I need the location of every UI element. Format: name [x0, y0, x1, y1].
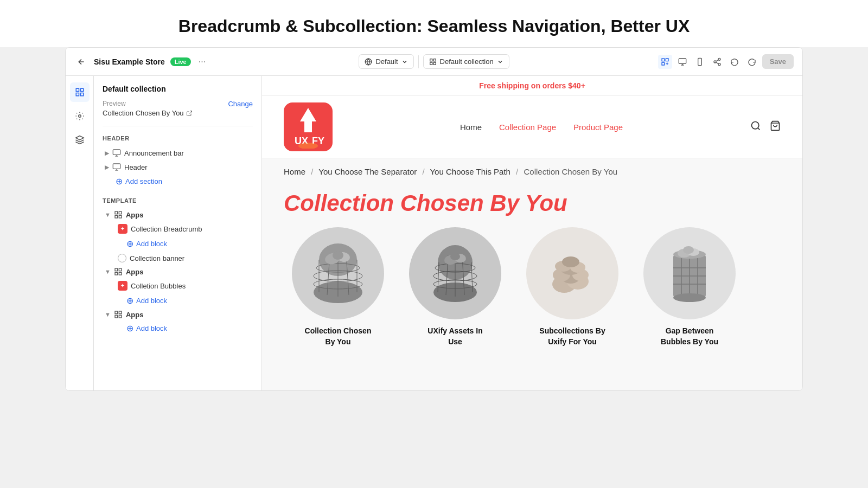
product-card-2: UXify Assets InUse	[401, 227, 509, 347]
store-name: Sisu Example Store	[94, 57, 165, 66]
desktop-icon-btn[interactable]	[675, 55, 690, 69]
undo-button[interactable]	[727, 55, 742, 69]
svg-rect-16	[76, 93, 79, 96]
product-stone-svg-4	[654, 238, 725, 309]
svg-rect-1	[430, 59, 432, 61]
svg-rect-30	[115, 268, 118, 271]
sections-icon[interactable]	[70, 82, 90, 102]
product-name-3: Subcollections ByUxify For You	[539, 326, 605, 347]
svg-rect-27	[119, 211, 122, 214]
svg-rect-6	[679, 59, 686, 63]
save-button[interactable]: Save	[762, 54, 794, 69]
svg-rect-28	[115, 215, 118, 218]
breadcrumb-area: Home / You Choose The Separator / You Ch…	[262, 158, 802, 185]
apps-grid-icon-1	[114, 210, 123, 219]
svg-point-9	[718, 58, 720, 60]
product-card-1: Collection ChosenBy You	[284, 227, 392, 347]
header-item[interactable]: ▶ Header	[103, 160, 253, 174]
store-header: UX FY Home Collection Page Product Page	[262, 96, 802, 158]
mobile-icon-btn[interactable]	[693, 55, 707, 69]
svg-point-11	[718, 63, 720, 65]
default-label: Default	[375, 57, 398, 66]
svg-rect-2	[433, 59, 436, 61]
default-dropdown[interactable]: Default	[359, 54, 413, 69]
svg-rect-26	[115, 211, 118, 214]
chevron-right-icon-2: ▶	[105, 164, 109, 171]
collection-breadcrumb-item[interactable]: ✦ Collection Breadcrumb	[103, 221, 253, 236]
apps-grid-icon-2	[114, 267, 123, 276]
svg-rect-23	[113, 164, 120, 169]
header-icons	[750, 120, 781, 134]
apps-chevron-2: ▼	[105, 268, 111, 275]
settings-icon[interactable]	[70, 106, 90, 126]
live-badge: Live	[170, 57, 191, 66]
store-logo: UX FY	[284, 102, 333, 151]
search-button[interactable]	[750, 120, 761, 134]
page-title-area: Breadcrumb & Subcollection: Seamless Nav…	[0, 0, 868, 47]
svg-point-91	[683, 246, 694, 254]
add-section-button[interactable]: ⊕ Add section	[103, 174, 253, 189]
collection-bubbles-item[interactable]: ✦ Colletion Bubbles	[103, 278, 253, 293]
preview-info: Preview Collection Chosen By You	[103, 100, 193, 117]
apps-icon[interactable]	[70, 130, 90, 150]
back-button[interactable]	[74, 55, 88, 69]
announcement-bar-item[interactable]: ▶ Announcement bar	[103, 146, 253, 160]
svg-rect-31	[119, 268, 122, 271]
more-options-button[interactable]: ···	[196, 56, 208, 68]
breadcrumb-sep-1: /	[311, 167, 313, 176]
nav-home[interactable]: Home	[460, 123, 482, 132]
header-label: Header	[124, 163, 148, 171]
svg-rect-35	[119, 311, 122, 314]
redo-button[interactable]	[745, 55, 759, 69]
svg-rect-5	[662, 59, 665, 61]
product-image-3	[526, 227, 618, 319]
nav-collection-page[interactable]: Collection Page	[499, 123, 556, 132]
collection-banner-item[interactable]: Collection banner	[103, 251, 253, 265]
svg-rect-20	[113, 150, 120, 155]
default-collection-label: Default collection	[440, 57, 494, 66]
svg-rect-37	[119, 315, 122, 318]
breadcrumb-home: Home	[284, 167, 305, 176]
collection-title-area: Collection Chosen By You	[262, 185, 802, 227]
breadcrumb-part2: You Choose The Separator	[318, 167, 417, 176]
svg-point-79	[562, 256, 579, 267]
svg-rect-29	[119, 215, 122, 218]
svg-rect-15	[80, 88, 83, 91]
header-section-label: Header	[103, 135, 253, 142]
nav-product-page[interactable]: Product Page	[573, 123, 623, 132]
apps-grid-icon-3	[114, 310, 123, 319]
products-grid: Collection ChosenBy You	[262, 227, 802, 363]
change-link[interactable]: Change	[228, 100, 253, 108]
product-stone-svg-3	[537, 238, 608, 309]
preview-area: Free shipping on orders $40+ UX FY	[262, 76, 802, 390]
left-panel: Default collection Preview Collection Ch…	[94, 76, 262, 390]
svg-rect-34	[115, 311, 118, 314]
add-block-button-2[interactable]: ⊕ Add block	[103, 293, 253, 308]
collection-title: Collection Chosen By You	[284, 190, 781, 216]
add-block-button-3[interactable]: ⊕ Add block	[103, 321, 253, 336]
share-icon-btn[interactable]	[710, 55, 724, 69]
apps-group-2[interactable]: ▼ Apps	[103, 265, 253, 278]
nav-links: Home Collection Page Product Page	[333, 123, 750, 132]
preview-row: Preview Collection Chosen By You Change	[103, 100, 253, 126]
top-bar: Sisu Example Store Live ··· Default Defa…	[66, 48, 802, 76]
breadcrumb-part3: You Choose This Path	[430, 167, 510, 176]
chevron-right-icon: ▶	[105, 150, 109, 157]
select-icon-btn[interactable]	[658, 55, 672, 69]
svg-rect-33	[119, 272, 122, 275]
svg-point-57	[333, 251, 343, 260]
product-name-2: UXify Assets InUse	[427, 326, 482, 347]
divider	[418, 55, 419, 68]
product-card-3: Subcollections ByUxify For You	[518, 227, 627, 347]
svg-marker-38	[300, 108, 316, 132]
preview-label: Preview	[103, 100, 193, 107]
default-collection-dropdown[interactable]: Default collection	[423, 54, 509, 69]
apps-group-3[interactable]: ▼ Apps	[103, 308, 253, 321]
add-block-button-1[interactable]: ⊕ Add block	[103, 236, 253, 251]
svg-rect-4	[433, 62, 436, 65]
breadcrumb-sep-2: /	[422, 167, 424, 176]
apps-group-1[interactable]: ▼ Apps	[103, 208, 253, 221]
cart-button[interactable]	[770, 120, 781, 134]
icon-rail	[66, 76, 94, 390]
apps-chevron-1: ▼	[105, 211, 111, 218]
